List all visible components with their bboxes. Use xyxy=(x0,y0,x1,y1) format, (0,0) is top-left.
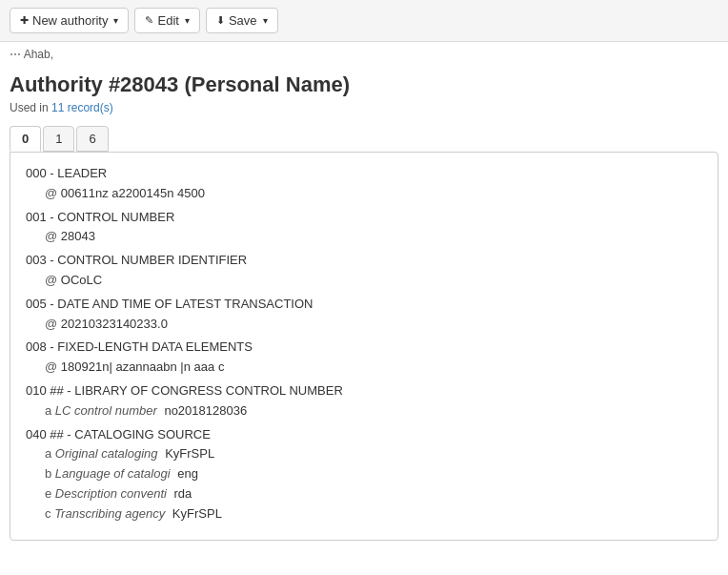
subfield-row: c Transcribing agency KyFrSPL xyxy=(45,504,702,524)
subfield-row: @ 20210323140233.0 xyxy=(45,315,702,335)
field-tag: 008 - FIXED-LENGTH DATA ELEMENTS xyxy=(26,339,253,354)
tabs: 0 1 6 xyxy=(0,118,728,152)
marc-field: 008 - FIXED-LENGTH DATA ELEMENTS@ 180921… xyxy=(26,338,702,378)
tab-6[interactable]: 6 xyxy=(76,126,108,152)
subfield-code: Original cataloging xyxy=(55,446,161,461)
subfield-value: OCoLC xyxy=(61,273,102,287)
subfield-at-sign: @ xyxy=(45,359,61,374)
field-tag: 040 ## - CATALOGING SOURCE xyxy=(26,427,211,442)
breadcrumb-text: Ahab, xyxy=(24,48,53,61)
subfield-code: Transcribing agency xyxy=(54,506,169,521)
subfield-row: a LC control number no2018128036 xyxy=(45,401,702,421)
subfield-code: LC control number xyxy=(55,403,161,418)
field-tag: 000 - LEADER xyxy=(26,166,107,180)
page-header: Authority #28043 (Personal Name) Used in… xyxy=(0,67,728,118)
plus-icon: ✚ xyxy=(20,14,29,27)
used-in-prefix: Used in xyxy=(10,101,51,114)
field-tag: 003 - CONTROL NUMBER IDENTIFIER xyxy=(26,253,247,267)
subfield-value: 180921n| azannaabn |n aaa c xyxy=(61,359,225,374)
marc-field: 010 ## - LIBRARY OF CONGRESS CONTROL NUM… xyxy=(26,381,702,421)
marc-field: 001 - CONTROL NUMBER@ 28043 xyxy=(26,208,702,248)
page-title: Authority #28043 (Personal Name) xyxy=(10,72,718,97)
new-authority-button[interactable]: ✚ New authority ▾ xyxy=(10,8,129,33)
save-caret: ▾ xyxy=(263,15,268,26)
subfield-at-sign: b xyxy=(45,466,55,481)
edit-caret: ▾ xyxy=(185,15,190,26)
subfield-value: 20210323140233.0 xyxy=(61,317,168,331)
field-tag: 001 - CONTROL NUMBER xyxy=(26,210,174,224)
subfield-value: 28043 xyxy=(61,229,95,243)
tab-0[interactable]: 0 xyxy=(10,126,41,152)
subfield-at-sign: a xyxy=(45,446,55,461)
save-button[interactable]: ⬇ Save ▾ xyxy=(206,8,278,33)
marc-field: 005 - DATE AND TIME OF LATEST TRANSACTIO… xyxy=(26,295,702,335)
tab-1[interactable]: 1 xyxy=(43,126,74,152)
subfield-value: rda xyxy=(174,486,192,501)
subfield-at-sign: @ xyxy=(45,273,61,287)
subfield-row: b Language of catalogi eng xyxy=(45,464,702,484)
used-in: Used in 11 record(s) xyxy=(10,101,718,114)
subfield-row: @ 180921n| azannaabn |n aaa c xyxy=(45,358,702,378)
record-box: 000 - LEADER@ 00611nz a2200145n 4500001 … xyxy=(10,152,718,541)
subfield-at-sign: @ xyxy=(45,317,61,331)
subfield-row: e Description conventi rda xyxy=(45,484,702,504)
save-label: Save xyxy=(229,13,257,28)
subfield-row: @ 00611nz a2200145n 4500 xyxy=(45,184,702,204)
subfield-at-sign: e xyxy=(45,486,55,501)
subfield-value: KyFrSPL xyxy=(165,446,214,461)
subfield-row: @ 28043 xyxy=(45,227,702,247)
subfield-value: 00611nz a2200145n 4500 xyxy=(61,186,205,200)
edit-button[interactable]: ✎ Edit ▾ xyxy=(134,8,199,33)
marc-field: 000 - LEADER@ 00611nz a2200145n 4500 xyxy=(26,164,702,204)
subfield-value: no2018128036 xyxy=(164,403,247,418)
subfield-at-sign: @ xyxy=(45,186,61,200)
toolbar: ✚ New authority ▾ ✎ Edit ▾ ⬇ Save ▾ xyxy=(0,0,728,42)
breadcrumb-separator: ⋯ xyxy=(10,48,24,61)
field-tag: 005 - DATE AND TIME OF LATEST TRANSACTIO… xyxy=(26,297,313,311)
subfield-code: Description conventi xyxy=(55,486,171,501)
pencil-icon: ✎ xyxy=(145,14,153,27)
subfield-value: eng xyxy=(177,466,198,481)
edit-label: Edit xyxy=(157,13,178,28)
breadcrumb: ⋯ Ahab, xyxy=(0,42,728,67)
new-authority-label: New authority xyxy=(32,13,108,28)
subfield-row: a Original cataloging KyFrSPL xyxy=(45,444,702,464)
subfield-at-sign: c xyxy=(45,506,54,521)
subfield-value: KyFrSPL xyxy=(172,506,222,521)
used-in-link[interactable]: 11 record(s) xyxy=(51,101,113,114)
marc-field: 003 - CONTROL NUMBER IDENTIFIER@ OCoLC xyxy=(26,251,702,291)
subfield-at-sign: @ xyxy=(45,229,61,243)
new-authority-caret: ▾ xyxy=(113,15,118,26)
subfield-row: @ OCoLC xyxy=(45,271,702,291)
field-tag: 010 ## - LIBRARY OF CONGRESS CONTROL NUM… xyxy=(26,383,343,398)
download-icon: ⬇ xyxy=(216,14,225,27)
marc-field: 040 ## - CATALOGING SOURCEa Original cat… xyxy=(26,425,702,524)
subfield-at-sign: a xyxy=(45,403,55,418)
subfield-code: Language of catalogi xyxy=(55,466,173,481)
